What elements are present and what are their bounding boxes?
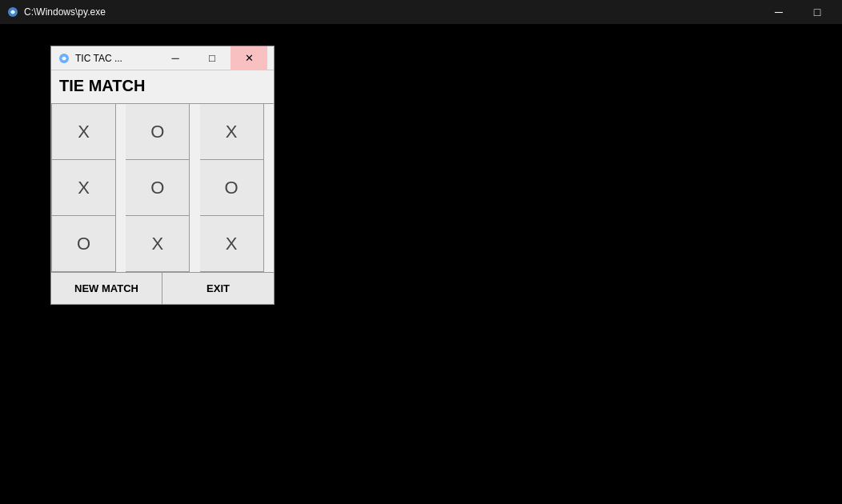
cell-0-2[interactable]: X xyxy=(200,104,264,160)
taskbar-title: C:\Windows\py.exe xyxy=(24,6,106,18)
cell-1-0[interactable]: X xyxy=(52,160,116,216)
taskbar-controls: ─ □ xyxy=(760,0,836,24)
close-button[interactable]: ✕ xyxy=(231,46,267,70)
app-icon xyxy=(58,52,70,65)
cell-2-0[interactable]: O xyxy=(52,216,116,272)
new-match-button[interactable]: NEW MATCH xyxy=(51,273,162,304)
game-grid: X O X X O O O X X xyxy=(51,103,274,272)
taskbar-app-icon xyxy=(6,6,19,18)
maximize-button[interactable]: □ xyxy=(194,46,231,70)
app-window: TIC TAC ... ─ □ ✕ TIE MATCH X O X X O O … xyxy=(50,46,275,305)
exit-button[interactable]: EXIT xyxy=(162,273,274,304)
taskbar: C:\Windows\py.exe ─ □ xyxy=(0,0,842,24)
window-content: TIE MATCH X O X X O O O X X NEW MATCH EX… xyxy=(51,70,274,304)
title-bar: TIC TAC ... ─ □ ✕ xyxy=(51,46,274,70)
cell-1-2[interactable]: O xyxy=(200,160,264,216)
minimize-button[interactable]: ─ xyxy=(157,46,194,70)
taskbar-maximize-button[interactable]: □ xyxy=(799,0,836,24)
cell-0-1[interactable]: O xyxy=(126,104,190,160)
cell-2-2[interactable]: X xyxy=(200,216,264,272)
cell-1-1[interactable]: O xyxy=(126,160,190,216)
taskbar-minimize-button[interactable]: ─ xyxy=(760,0,797,24)
bottom-buttons: NEW MATCH EXIT xyxy=(51,272,274,304)
window-controls: ─ □ ✕ xyxy=(157,46,267,70)
window-title: TIC TAC ... xyxy=(75,53,157,64)
game-status: TIE MATCH xyxy=(51,70,274,103)
cell-0-0[interactable]: X xyxy=(52,104,116,160)
cell-2-1[interactable]: X xyxy=(126,216,190,272)
